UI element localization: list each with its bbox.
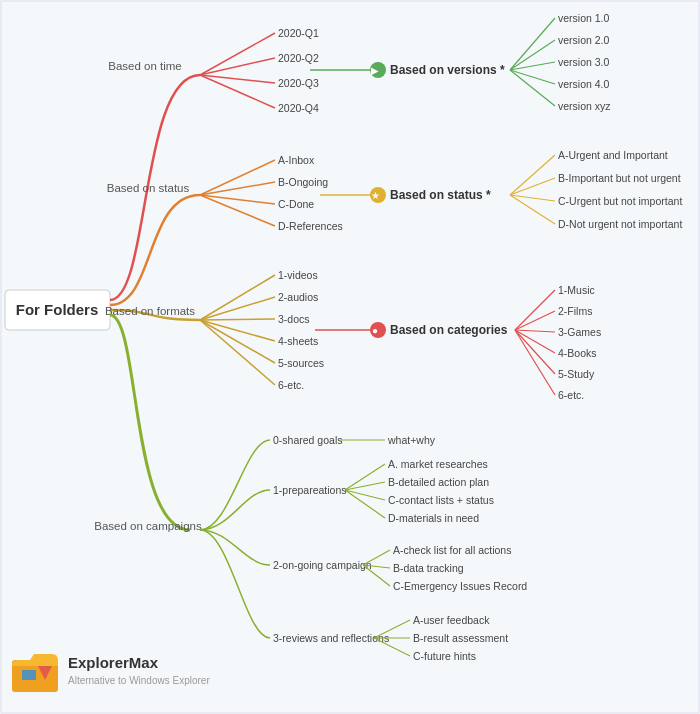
category-item-5: 5-Study: [558, 368, 595, 380]
campaign-sub-3: 3-reviews and reflections: [273, 632, 389, 644]
based-on-status-right-label: Based on status *: [390, 188, 491, 202]
based-on-formats-label: Based on formats: [105, 305, 195, 317]
format-item-4: 4-sheets: [278, 335, 318, 347]
status-item-1: A-Inbox: [278, 154, 315, 166]
category-item-4: 4-Books: [558, 347, 597, 359]
category-item-6: 6-etc.: [558, 389, 584, 401]
campaign-1-item-3: C-contact lists + status: [388, 494, 494, 506]
time-item-4: 2020-Q4: [278, 102, 319, 114]
status-item-4: D-References: [278, 220, 343, 232]
time-item-3: 2020-Q3: [278, 77, 319, 89]
svg-text:●: ●: [372, 325, 378, 336]
based-on-versions-label: Based on versions *: [390, 63, 505, 77]
campaign-2-item-1: A-check list for all actions: [393, 544, 511, 556]
campaign-0-item-1: what+why: [387, 434, 436, 446]
based-on-status-label: Based on status: [107, 182, 190, 194]
category-item-2: 2-Films: [558, 305, 592, 317]
logo-tagline: Alternative to Windows Explorer: [68, 675, 210, 686]
based-on-categories-label: Based on categories: [390, 323, 508, 337]
status-right-item-2: B-Important but not urgent: [558, 172, 681, 184]
campaign-3-item-3: C-future hints: [413, 650, 476, 662]
version-item-5: version xyz: [558, 100, 611, 112]
status-right-item-4: D-Not urgent not important: [558, 218, 682, 230]
status-item-3: C-Done: [278, 198, 314, 210]
campaign-sub-1: 1-prepareations: [273, 484, 347, 496]
campaign-sub-0: 0-shared goals: [273, 434, 342, 446]
category-item-1: 1-Music: [558, 284, 595, 296]
campaign-2-item-3: C-Emergency Issues Record: [393, 580, 527, 592]
time-item-1: 2020-Q1: [278, 27, 319, 39]
logo-name: ExplorerMax: [68, 654, 159, 671]
campaign-sub-2: 2-on-going campaign: [273, 559, 372, 571]
based-on-time-label: Based on time: [108, 60, 182, 72]
status-item-2: B-Ongoing: [278, 176, 328, 188]
format-item-5: 5-sources: [278, 357, 324, 369]
campaign-2-item-2: B-data tracking: [393, 562, 464, 574]
version-item-4: version 4.0: [558, 78, 610, 90]
campaign-1-item-4: D-materials in need: [388, 512, 479, 524]
version-item-3: version 3.0: [558, 56, 610, 68]
version-item-2: version 2.0: [558, 34, 610, 46]
svg-text:★: ★: [371, 190, 380, 201]
svg-marker-49: [22, 670, 36, 680]
format-item-6: 6-etc.: [278, 379, 304, 391]
status-right-item-3: C-Urgent but not important: [558, 195, 682, 207]
campaign-1-item-1: A. market researches: [388, 458, 488, 470]
status-right-item-1: A-Urgent and Important: [558, 149, 668, 161]
based-on-campaigns-label: Based on campaigns: [94, 520, 202, 532]
campaign-1-item-2: B-detailed action plan: [388, 476, 489, 488]
format-item-1: 1-videos: [278, 269, 318, 281]
format-item-3: 3-docs: [278, 313, 310, 325]
category-item-3: 3-Games: [558, 326, 601, 338]
svg-line-25: [200, 319, 275, 320]
campaign-3-item-1: A-user feedback: [413, 614, 490, 626]
time-item-2: 2020-Q2: [278, 52, 319, 64]
format-item-2: 2-audios: [278, 291, 318, 303]
version-item-1: version 1.0: [558, 12, 610, 24]
svg-text:▶: ▶: [371, 65, 379, 76]
campaign-3-item-2: B-result assessment: [413, 632, 508, 644]
center-label: For Folders: [16, 301, 99, 318]
